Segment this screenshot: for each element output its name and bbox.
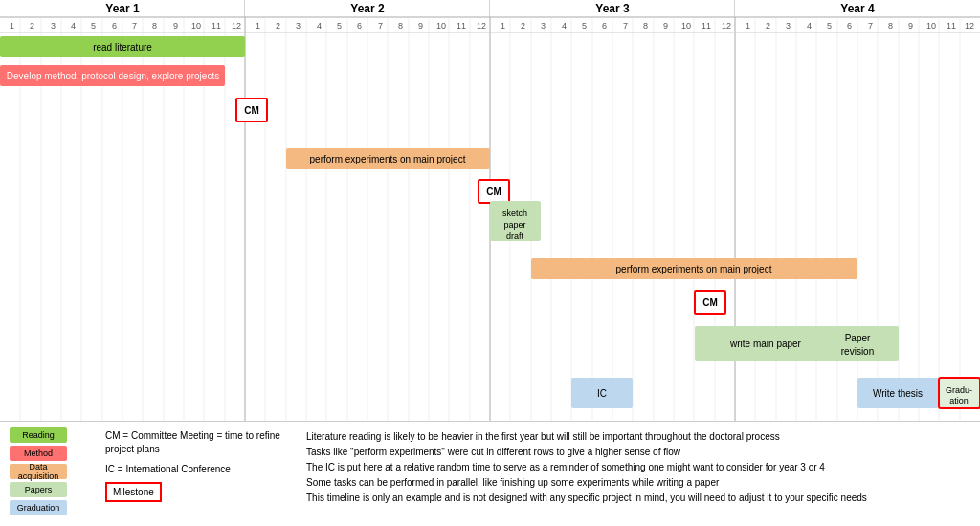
svg-text:5: 5 [337, 21, 342, 31]
legend-method: Method [10, 446, 96, 461]
legend-reading-box: Reading [10, 427, 67, 443]
svg-text:3: 3 [296, 21, 301, 31]
svg-text:5: 5 [582, 21, 587, 31]
gantt-area: Year 1 Year 2 Year 3 Year 4 [0, 0, 980, 421]
legend-graduation: Graduation [10, 500, 96, 515]
legend-reading-label: Reading [22, 430, 55, 440]
svg-text:6: 6 [357, 21, 362, 31]
legend-papers: Papers [10, 482, 96, 497]
svg-text:12: 12 [232, 21, 241, 31]
svg-text:11: 11 [212, 21, 221, 31]
svg-text:10: 10 [191, 21, 201, 31]
svg-text:7: 7 [868, 21, 873, 31]
svg-text:8: 8 [888, 21, 893, 31]
svg-text:4: 4 [807, 21, 812, 31]
svg-text:2: 2 [30, 21, 34, 31]
svg-text:7: 7 [132, 21, 137, 31]
bar-graduation-label1: Gradu- [946, 385, 972, 395]
note-5: This timeline is only an example and is … [306, 491, 970, 506]
svg-text:6: 6 [602, 21, 607, 31]
note-1: Literature reading is likely to be heavi… [306, 429, 970, 445]
svg-text:11: 11 [702, 21, 711, 31]
svg-text:12: 12 [965, 21, 974, 31]
svg-text:11: 11 [457, 21, 466, 31]
svg-text:4: 4 [71, 21, 76, 31]
svg-text:9: 9 [663, 21, 668, 31]
main-container: Year 1 Year 2 Year 3 Year 4 [0, 0, 980, 526]
ic-explanation: IC = International Conference [105, 462, 297, 476]
milestone-cm-1-label: CM [244, 105, 259, 116]
legend-data-label: Data acquisition [10, 462, 67, 481]
svg-text:Year 1: Year 1 [105, 2, 140, 15]
legend-method-box: Method [10, 446, 67, 461]
svg-text:4: 4 [562, 21, 567, 31]
svg-text:9: 9 [418, 21, 423, 31]
svg-text:5: 5 [91, 21, 96, 31]
svg-text:2: 2 [766, 21, 770, 31]
bar-paper-revision-label2: revision [841, 346, 874, 357]
legend-area: Reading Method Data acquisition Papers [0, 421, 980, 526]
legend-graduation-box: Graduation [10, 500, 67, 515]
svg-text:5: 5 [827, 21, 832, 31]
legend-papers-box: Papers [10, 482, 67, 497]
svg-text:10: 10 [926, 21, 936, 31]
bar-paper-revision-label1: Paper [845, 333, 871, 343]
bar-graduation-label2: ation [949, 396, 969, 405]
note-2: Tasks like "perform experiments" were cu… [306, 445, 970, 460]
svg-text:1: 1 [501, 21, 505, 31]
svg-text:2: 2 [276, 21, 280, 31]
svg-text:Year 4: Year 4 [840, 2, 875, 15]
legend-reading: Reading [10, 427, 96, 443]
legend-abbreviations: CM = Committee Meeting = time to refine … [105, 427, 297, 520]
svg-text:11: 11 [947, 21, 956, 31]
gantt-svg: Year 1 Year 2 Year 3 Year 4 [0, 0, 980, 421]
legend-graduation-label: Graduation [17, 503, 60, 513]
legend-colors: Reading Method Data acquisition Papers [10, 427, 96, 520]
svg-text:12: 12 [722, 21, 731, 31]
svg-text:6: 6 [112, 21, 117, 31]
cm-explanation: CM = Committee Meeting = time to refine … [105, 429, 297, 456]
svg-text:3: 3 [51, 21, 56, 31]
svg-text:Year 2: Year 2 [350, 2, 385, 15]
bar-develop-method-label: Develop method, protocol design, explore… [7, 71, 219, 81]
milestone-cm-3-label: CM [702, 297, 718, 308]
svg-text:10: 10 [436, 21, 446, 31]
bar-read-literature-label: read literature [93, 42, 152, 53]
svg-text:2: 2 [521, 21, 525, 31]
svg-text:Year 3: Year 3 [595, 2, 630, 15]
milestone-legend-box: Milestone [105, 482, 162, 502]
legend-method-label: Method [24, 449, 53, 458]
legend-papers-label: Papers [25, 485, 53, 494]
svg-text:8: 8 [152, 21, 157, 31]
svg-text:8: 8 [643, 21, 648, 31]
bar-experiments-y3-label: perform experiments on main project [616, 264, 772, 274]
bar-ic-label: IC [597, 388, 607, 399]
svg-text:7: 7 [378, 21, 383, 31]
svg-text:6: 6 [847, 21, 852, 31]
svg-text:1: 1 [10, 21, 14, 31]
bar-write-main-paper-label: write main paper [729, 339, 802, 349]
svg-text:9: 9 [173, 21, 178, 31]
note-4: Some tasks can be performed in parallel,… [306, 475, 970, 491]
svg-text:12: 12 [477, 21, 486, 31]
svg-text:9: 9 [908, 21, 913, 31]
bar-sketch-paper-label2: paper [503, 220, 525, 230]
svg-text:3: 3 [786, 21, 791, 31]
bar-sketch-paper-label1: sketch [502, 208, 527, 218]
legend-notes: Literature reading is likely to be heavi… [306, 427, 970, 520]
bar-sketch-paper-label3: draft [506, 231, 524, 241]
svg-text:3: 3 [541, 21, 546, 31]
svg-text:8: 8 [398, 21, 403, 31]
milestone-cm-2-label: CM [486, 186, 501, 197]
svg-text:1: 1 [256, 21, 260, 31]
note-3: The IC is put here at a relative random … [306, 460, 970, 475]
svg-text:7: 7 [623, 21, 628, 31]
milestone-legend-container: Milestone [105, 482, 297, 502]
legend-data-acquisition: Data acquisition [10, 464, 96, 479]
bar-write-thesis-label: Write thesis [873, 388, 923, 399]
svg-text:1: 1 [746, 21, 750, 31]
svg-text:10: 10 [681, 21, 691, 31]
svg-text:4: 4 [317, 21, 322, 31]
legend-data-box: Data acquisition [10, 464, 67, 479]
bar-experiments-y2-label: perform experiments on main project [310, 154, 466, 164]
